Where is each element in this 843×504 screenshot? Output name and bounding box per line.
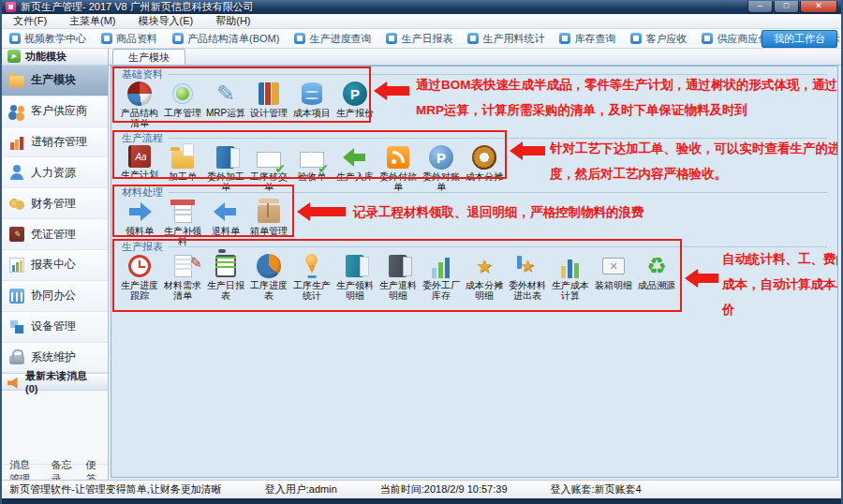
title-bar: 新页生产管理- 2017 V8 广州新页信息科技有限公司 – □ ✕: [2, 0, 841, 14]
tab-bar: 生产模块: [109, 49, 841, 66]
content-panel: 基础资料 产品结构清单 工序管理 MRP运算 设计管理 成本项目 生产报价 生产…: [111, 66, 838, 478]
play-icon: [7, 50, 21, 63]
report-outsource-material-io[interactable]: 委外材料进出表: [506, 254, 549, 301]
sidebar-item-reports[interactable]: 报表中心: [2, 250, 108, 281]
module-label: 工序生产统计: [290, 280, 333, 301]
menu-main[interactable]: 主菜单(M): [58, 14, 127, 28]
clipboard-icon: [215, 255, 236, 277]
report-process-stats[interactable]: 工序生产统计: [290, 254, 333, 301]
close-button[interactable]: ✕: [800, 1, 837, 13]
annotation-text-reports: 自动统计料、工、费的成本，自动计算成本单价: [722, 246, 838, 322]
module-packing-manage[interactable]: 箱单管理: [247, 200, 290, 246]
toolbar-bom[interactable]: 产品结构清单(BOM): [172, 32, 279, 46]
report-outsource-stock[interactable]: 委外工厂库存: [420, 254, 463, 301]
module-label: 产品结构清单: [118, 108, 161, 128]
sidebar-item-finance[interactable]: 财务管理: [2, 188, 108, 219]
sidebar-item-hr[interactable]: 人力资源: [2, 157, 108, 188]
module-acceptance[interactable]: 验收单: [290, 145, 333, 192]
menu-module-import[interactable]: 模块导入(E): [127, 14, 205, 28]
calendar-icon: [9, 289, 24, 304]
minimize-button[interactable]: –: [747, 1, 773, 13]
module-cost-allocation[interactable]: 成本分摊: [463, 145, 506, 192]
sidebar-item-voucher[interactable]: 凭证管理: [2, 219, 108, 250]
tab-production-module[interactable]: 生产模块: [112, 49, 185, 65]
module-production-quote[interactable]: 生产报价: [333, 82, 377, 128]
my-workbench-button[interactable]: 我的工作台: [762, 30, 837, 48]
sidebar-item-customers[interactable]: 客户供应商: [2, 96, 108, 127]
inventory-icon: [559, 33, 570, 44]
progress-query-icon: [294, 33, 305, 44]
unread-messages-bar[interactable]: 最新未读消息 (0): [2, 373, 108, 391]
bar-chart-icon: [429, 254, 453, 278]
module-label: 生产入库: [336, 171, 374, 182]
report-product-trace[interactable]: 成品溯源: [635, 254, 678, 301]
sidebar-item-label: 客户供应商: [31, 103, 87, 119]
pencil-icon: [214, 82, 238, 106]
toolbar-daily-report[interactable]: 生产日报表: [386, 32, 452, 46]
module-outsource-payment[interactable]: 委外付款单: [377, 145, 420, 192]
sidebar-header: 功能模块: [2, 49, 108, 66]
sidebar-item-office[interactable]: 协同办公: [2, 281, 108, 312]
module-bom-structure[interactable]: 产品结构清单: [118, 82, 161, 128]
module-outsource-order[interactable]: 委外加工单: [204, 145, 247, 192]
module-label: 生产报价: [336, 108, 374, 118]
report-cost-allocation-detail[interactable]: 成本分摊明细: [463, 254, 506, 301]
toolbar-progress-query[interactable]: 生产进度查询: [294, 32, 371, 46]
toolbar-material-stats[interactable]: 生产用料统计: [467, 32, 544, 46]
report-requisition-detail[interactable]: 生产领料明细: [333, 254, 377, 301]
report-material-demand[interactable]: 材料需求清单: [161, 254, 204, 301]
mail-check-icon: [300, 152, 324, 168]
arrow-right-blue-icon: [127, 200, 152, 224]
sidebar-item-label: 报表中心: [31, 257, 76, 273]
report-progress-track[interactable]: 生产进度跟踪: [118, 254, 161, 301]
mail-x-icon: [602, 258, 625, 274]
toolbar-receivable[interactable]: 客户应收: [630, 32, 687, 46]
module-label: 工序管理: [164, 108, 201, 118]
report-process-progress[interactable]: 工序进度表: [247, 254, 290, 301]
report-daily[interactable]: 生产日报表: [204, 254, 247, 301]
menu-file[interactable]: 文件(F): [2, 14, 58, 28]
speaker-icon: [7, 378, 21, 389]
module-label: 生产日报表: [204, 280, 247, 301]
module-design-manage[interactable]: 设计管理: [247, 82, 290, 128]
report-packing-detail[interactable]: 装箱明细: [592, 254, 635, 301]
clock-icon: [128, 255, 151, 277]
sidebar-item-equipment[interactable]: 设备管理: [2, 312, 108, 343]
bom-icon: [172, 33, 184, 44]
sidebar-item-inventory[interactable]: 进销存管理: [2, 127, 108, 158]
report-return-detail[interactable]: 生产退料明细: [377, 254, 420, 301]
card-icon: [174, 200, 192, 223]
module-material-return[interactable]: 退料单: [204, 200, 247, 246]
module-label: 成本分摊明细: [463, 280, 506, 301]
report-cost-calc[interactable]: 生产成本计算: [549, 254, 592, 301]
module-mrp[interactable]: MRP运算: [204, 82, 247, 128]
module-outsource-statement[interactable]: 委外对账单: [420, 145, 463, 192]
module-process-manage[interactable]: 工序管理: [161, 82, 204, 128]
toolbar: 视频教学中心 商品资料 产品结构清单(BOM) 生产进度查询 生产日报表 生产用…: [2, 29, 841, 49]
module-process-transfer[interactable]: 工序移交单: [247, 145, 290, 192]
people-icon: [9, 104, 24, 119]
menu-bar: 文件(F) 主菜单(M) 模块导入(E) 帮助(H): [2, 14, 841, 29]
toolbar-payable[interactable]: 供应商应付: [702, 32, 768, 46]
toolbar-goods[interactable]: 商品资料: [101, 32, 157, 46]
maximize-button[interactable]: □: [774, 1, 799, 13]
sidebar-item-production[interactable]: 生产模块: [2, 66, 108, 96]
module-label: 材料需求清单: [161, 280, 204, 301]
toolbar-inventory-query[interactable]: 库存查询: [559, 32, 615, 46]
page-pencil-icon: [174, 255, 192, 277]
toolbar-label: 生产用料统计: [482, 32, 544, 46]
module-cost-item[interactable]: 成本项目: [290, 82, 333, 128]
menu-help[interactable]: 帮助(H): [204, 14, 261, 28]
module-label: 生产进度跟踪: [118, 280, 161, 301]
module-label: 生产领料明细: [333, 280, 377, 301]
module-supplementary-requisition[interactable]: 生产补领料: [161, 200, 204, 246]
module-label: MRP运算: [206, 108, 245, 118]
annotation-text-material: 记录工程材料领取、退回明细，严格控制物料的浪费: [353, 203, 756, 222]
toolbar-video-center[interactable]: 视频教学中心: [9, 32, 86, 46]
material-stats-icon: [467, 33, 479, 44]
status-account: 登入账套:新页账套4: [551, 482, 642, 497]
module-label: 生产退料明细: [377, 280, 420, 301]
module-work-order[interactable]: 加工单: [161, 145, 204, 192]
module-production-inbound[interactable]: 生产入库: [333, 145, 377, 192]
hand-bar-icon: [515, 254, 540, 278]
